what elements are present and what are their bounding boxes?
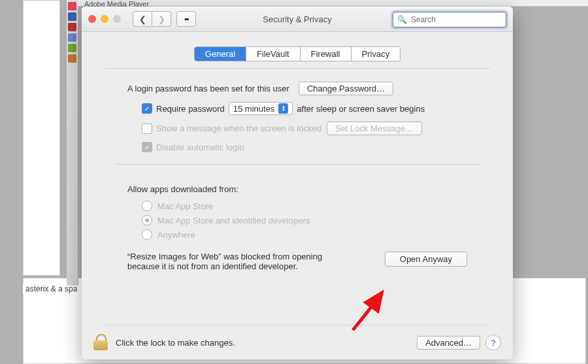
close-icon[interactable]: [88, 15, 96, 23]
radio-mas-identified: [142, 215, 152, 225]
tab-filevault[interactable]: FileVault: [246, 47, 301, 61]
advanced-button[interactable]: Advanced…: [417, 336, 480, 350]
traffic-lights: [88, 15, 121, 23]
radio-mas-label: Mac App Store: [157, 201, 213, 211]
lock-message: Click the lock to make changes.: [116, 338, 235, 348]
dock-icon[interactable]: [68, 2, 76, 10]
disable-autologin-label: Disable automatic login: [156, 142, 244, 152]
dock-icon[interactable]: [68, 12, 76, 21]
dock-icon[interactable]: [68, 54, 76, 63]
dock-icon[interactable]: [68, 33, 76, 42]
background-panel: [23, 0, 60, 276]
back-button[interactable]: ❮: [133, 11, 152, 27]
search-input[interactable]: [410, 14, 510, 25]
search-field[interactable]: 🔍: [393, 12, 506, 27]
require-password-delay-select[interactable]: 15 minutes ▲▼: [229, 102, 293, 115]
show-message-label: Show a message when the screen is locked: [156, 124, 321, 133]
radio-anywhere: [142, 229, 152, 240]
radio-mas-dev-label: Mac App Store and identified developers: [157, 216, 310, 225]
chevron-updown-icon: ▲▼: [278, 103, 288, 114]
require-password-label: Require password: [156, 104, 225, 114]
radio-mac-app-store: [142, 201, 152, 211]
show-all-button[interactable]: ▪▪▪: [176, 11, 196, 27]
menubar: Adobe Media Player: [78, 0, 588, 7]
blocked-app-message-line1: “Resize Images for Web” was blocked from…: [127, 252, 374, 261]
preferences-window: ❮ ❯ ▪▪▪ Security & Privacy 🔍 General Fil…: [82, 7, 513, 359]
general-pane: A login password has been set for this u…: [105, 68, 490, 325]
tab-firewall[interactable]: Firewall: [301, 47, 351, 61]
disable-autologin-checkbox: ✓: [142, 142, 152, 152]
login-password-label: A login password has been set for this u…: [127, 84, 289, 93]
after-sleep-label: after sleep or screen saver begins: [297, 104, 425, 114]
help-button[interactable]: ?: [485, 335, 501, 350]
titlebar: ❮ ❯ ▪▪▪ Security & Privacy 🔍: [82, 7, 513, 32]
lock-icon[interactable]: [93, 334, 108, 351]
show-message-checkbox: [142, 124, 152, 134]
set-lock-message-button: Set Lock Message…: [327, 122, 422, 135]
change-password-button[interactable]: Change Password…: [299, 82, 393, 95]
require-password-checkbox[interactable]: ✓: [142, 103, 152, 114]
delay-value: 15 minutes: [233, 104, 275, 114]
dock-icon[interactable]: [68, 23, 76, 31]
zoom-icon: [113, 15, 121, 23]
search-icon: 🔍: [397, 15, 407, 24]
open-anyway-button[interactable]: Open Anyway: [385, 252, 467, 267]
blocked-app-message-line2: because it is not from an identified dev…: [127, 261, 374, 271]
dock: [67, 0, 78, 286]
tab-general[interactable]: General: [195, 47, 246, 61]
tab-bar: General FileVault Firewall Privacy: [82, 46, 513, 61]
dock-icon[interactable]: [68, 44, 76, 52]
footer: Click the lock to make changes. Advanced…: [82, 325, 513, 359]
tab-privacy[interactable]: Privacy: [351, 47, 400, 61]
divider: [114, 164, 480, 165]
minimize-icon[interactable]: [101, 15, 108, 23]
forward-button: ❯: [152, 11, 171, 27]
allow-apps-label: Allow apps downloaded from:: [127, 184, 238, 194]
radio-anywhere-label: Anywhere: [157, 230, 195, 240]
